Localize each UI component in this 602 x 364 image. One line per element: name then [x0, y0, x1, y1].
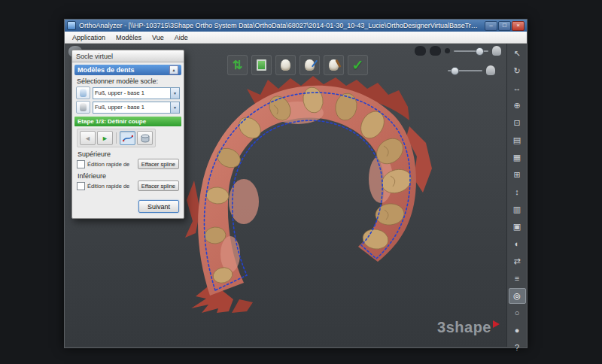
rotate-view-icon[interactable]: ↻	[509, 63, 526, 79]
show-hide-icon[interactable]: ●	[509, 323, 526, 338]
previous-step-button[interactable]: ◄	[80, 131, 96, 145]
menu-modeles[interactable]: Modèles	[111, 32, 147, 42]
lower-quick-edit-row: Édition rapide de Effacer spline	[77, 180, 179, 191]
sculpt-brush-icon[interactable]: ◎	[509, 288, 526, 304]
upper-model-row: Fuß, upper - base 1 ▼	[76, 86, 180, 99]
base-cylinder-icon	[140, 134, 150, 143]
chevron-down-icon[interactable]: ▼	[170, 88, 179, 99]
cross-section-icon[interactable]: ▥	[509, 202, 526, 217]
window-title: OrthoAnalyzer - [\\HP-103715\3Shape Orth…	[79, 22, 481, 29]
dialog-footer: Suivant	[77, 200, 179, 213]
upper-section-label: Supérieure	[78, 150, 178, 158]
view-controls-row-2	[448, 65, 495, 75]
smooth-tool-icon[interactable]: ○	[509, 305, 526, 321]
select-cursor-icon[interactable]: ↖	[509, 46, 526, 62]
model-opacity-slider[interactable]	[454, 47, 488, 55]
brand-watermark: 3shape	[437, 320, 500, 335]
brand-name: 3shape	[437, 320, 491, 335]
toolbar-divider	[116, 132, 117, 144]
checkmark-icon: ✓	[352, 56, 364, 74]
study-model-button[interactable]	[275, 55, 296, 75]
screen-icon	[257, 59, 266, 71]
zoom-view-icon[interactable]: ⊕	[509, 98, 526, 114]
workflow-toolbar: ⇅	[227, 55, 368, 75]
approve-step-button[interactable]: ✓	[348, 55, 368, 75]
menu-aide[interactable]: Aide	[169, 32, 193, 42]
title-bar[interactable]: OrthoAnalyzer - [\\HP-103715\3Shape Orth…	[65, 20, 527, 32]
window-controls: – □ ×	[484, 21, 524, 31]
lower-model-row: Fuß, upper - base 1 ▼	[76, 101, 180, 114]
lower-model-value: Fuß, upper - base 1	[93, 104, 170, 111]
spline-curve-icon	[123, 134, 133, 143]
double-arrow-icon: ⇅	[233, 59, 242, 71]
upper-model-toggle-icon[interactable]	[415, 46, 426, 56]
minimize-button[interactable]: –	[485, 21, 497, 31]
menu-vue[interactable]: Vue	[147, 32, 169, 42]
lower-quick-edit-label: Édition rapide de	[87, 183, 135, 190]
models-section-header: Modèles de dents ▲	[74, 65, 181, 75]
help-icon[interactable]: ?	[509, 340, 526, 356]
texture-toggle-icon[interactable]	[445, 48, 450, 53]
3shape-logo-arrow-icon	[493, 320, 500, 328]
grid-toggle-icon[interactable]: ⊞	[509, 167, 526, 183]
tooth-icon	[80, 89, 87, 97]
model-list-icon[interactable]: ≡	[509, 271, 526, 287]
snapshot-icon[interactable]: ▣	[509, 219, 526, 235]
dialog-title-bar[interactable]: Socle virtuel	[72, 50, 184, 62]
base-sculpt-button[interactable]	[324, 55, 344, 75]
step-tool-row: ◄ ►	[77, 129, 156, 147]
lower-section-label: Inférieure	[78, 172, 178, 180]
view-front-icon[interactable]: ▤	[509, 132, 526, 148]
desktop-background: OrthoAnalyzer - [\\HP-103715\3Shape Orth…	[0, 0, 602, 364]
lower-quick-edit-checkbox[interactable]	[77, 182, 85, 190]
zoom-fit-icon[interactable]: ⊡	[509, 115, 526, 131]
window-content: ⇅	[65, 44, 527, 347]
measure-icon[interactable]: ↕	[509, 184, 526, 200]
lower-jaw-icon	[76, 101, 90, 114]
tooth-icon	[281, 59, 290, 71]
mirror-view-icon[interactable]: ◐	[509, 236, 526, 252]
virtual-articulator-button[interactable]	[251, 55, 272, 75]
view-cube-icon[interactable]: ▦	[509, 150, 526, 165]
spline-draw-tool-button[interactable]	[120, 131, 135, 145]
pan-view-icon[interactable]: ↔	[509, 80, 526, 96]
collapse-section-button[interactable]: ▲	[169, 65, 178, 74]
upper-quick-edit-checkbox[interactable]	[77, 160, 85, 168]
dialog-title: Socle virtuel	[76, 53, 113, 60]
base-preview-tool-button[interactable]	[137, 131, 153, 145]
menu-bar: Application Modèles Vue Aide	[65, 32, 527, 44]
sculpt-toolkit-button[interactable]: ⇅	[227, 55, 248, 75]
lower-clear-spline-button[interactable]: Effacer spline	[138, 180, 179, 191]
right-toolbar: ↖ ↻ ↔ ⊕ ⊡ ▤ ▦ ⊞ ↕ ▥ ▣ ◐ ⇄ ≡ ◎ ○ ● ?	[506, 44, 527, 347]
models-section-title: Modèles de dents	[78, 66, 169, 74]
chevron-down-icon[interactable]: ▼	[170, 102, 179, 113]
select-model-label: Sélectionner modèle socle:	[77, 77, 179, 85]
view-controls-row-1	[415, 46, 501, 56]
slider-handle[interactable]	[476, 47, 484, 56]
slider-handle[interactable]	[451, 67, 459, 75]
next-step-button[interactable]: ►	[97, 131, 113, 145]
socle-virtuel-dialog: Socle virtuel Modèles de dents ▲ Sélecti…	[71, 50, 184, 219]
3d-viewport[interactable]: ⇅	[65, 44, 507, 347]
tooth-icon	[80, 103, 87, 111]
surface-tooth-icon[interactable]	[486, 65, 495, 75]
upper-quick-edit-row: Édition rapide de Effacer spline	[77, 159, 179, 169]
upper-model-value: Fuß, upper - base 1	[93, 89, 170, 96]
menu-application[interactable]: Application	[67, 32, 111, 42]
dialog-body: Modèles de dents ▲ Sélectionner modèle s…	[72, 65, 184, 218]
step-header: Etape 1/3: Définir coupe	[74, 117, 181, 126]
maximize-button[interactable]: □	[498, 21, 511, 31]
compare-models-icon[interactable]: ⇄	[509, 253, 526, 269]
spline-edit-step-button[interactable]	[299, 55, 320, 75]
lower-model-toggle-icon[interactable]	[430, 46, 441, 56]
model-visibility-tooth-icon[interactable]	[492, 46, 501, 56]
lower-model-select[interactable]: Fuß, upper - base 1 ▼	[93, 102, 180, 114]
close-button[interactable]: ×	[512, 21, 524, 31]
dental-scan-model[interactable]	[184, 74, 439, 314]
upper-jaw-icon	[76, 86, 90, 99]
suivant-button[interactable]: Suivant	[138, 200, 179, 213]
upper-clear-spline-button[interactable]: Effacer spline	[138, 159, 179, 169]
model-transparency-slider[interactable]	[448, 67, 482, 74]
upper-model-select[interactable]: Fuß, upper - base 1 ▼	[93, 87, 180, 99]
app-icon	[67, 21, 76, 30]
